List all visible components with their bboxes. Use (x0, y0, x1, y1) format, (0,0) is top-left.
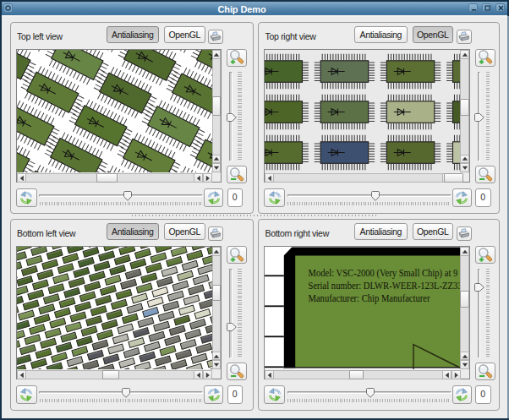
svg-text:Model: VSC-2000 (Very Small Ch: Model: VSC-2000 (Very Small Chip) at 9 (309, 266, 458, 280)
svg-text:Manufacturer: Chip Manufacture: Manufacturer: Chip Manufacturer (309, 291, 430, 304)
